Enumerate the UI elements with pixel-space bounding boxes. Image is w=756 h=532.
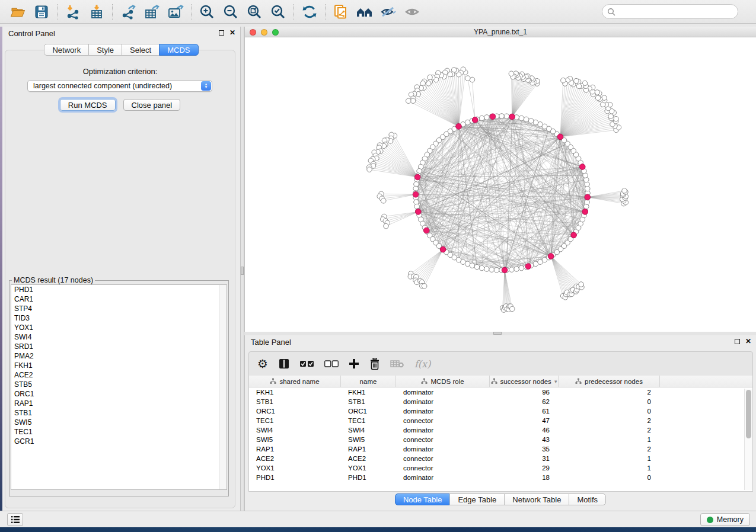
- mcds-result-item[interactable]: TID3: [11, 313, 227, 323]
- mcds-result-item[interactable]: PMA2: [11, 351, 227, 361]
- cell-successor-nodes: 18: [490, 473, 559, 482]
- select-all-columns-button[interactable]: [300, 360, 314, 367]
- column-header-MCDS-role[interactable]: MCDS role: [396, 376, 490, 387]
- column-label: MCDS role: [430, 378, 464, 385]
- duplicate-network-button[interactable]: [329, 2, 353, 21]
- close-panel-button[interactable]: Close panel: [123, 99, 181, 111]
- table-row[interactable]: ACE2ACE2connector311: [249, 454, 752, 463]
- vertical-splitter-grip[interactable]: [241, 267, 244, 275]
- create-column-button[interactable]: [349, 358, 359, 369]
- show-panels-button[interactable]: [7, 513, 23, 526]
- table-settings-button[interactable]: ⚙: [257, 357, 268, 371]
- export-table-button[interactable]: [140, 2, 164, 21]
- optimization-criterion-select[interactable]: largest connected component (undirected)…: [27, 80, 212, 92]
- mcds-result-item[interactable]: STB5: [11, 380, 227, 389]
- mcds-result-item[interactable]: SWI4: [11, 332, 227, 342]
- column-header-predecessor-nodes[interactable]: predecessor nodes: [559, 376, 660, 387]
- float-table-panel-icon[interactable]: [735, 339, 740, 344]
- vertical-splitter[interactable]: [240, 27, 244, 511]
- zoom-selected-button[interactable]: [266, 2, 290, 21]
- network-graph[interactable]: [245, 37, 756, 332]
- mcds-result-item[interactable]: FKH1: [11, 361, 227, 370]
- zoom-in-button[interactable]: [195, 2, 219, 21]
- table-row[interactable]: SWI4SWI4dominator462: [249, 425, 752, 435]
- toolbar-separator: [57, 4, 58, 20]
- delete-column-button[interactable]: [369, 358, 380, 370]
- search-input[interactable]: [615, 8, 733, 16]
- export-network-button[interactable]: [116, 2, 140, 21]
- table-scrollbar-thumb[interactable]: [746, 390, 751, 438]
- mcds-list-scrollbar[interactable]: [219, 285, 227, 489]
- hide-eye-button[interactable]: [377, 2, 400, 21]
- tab-select[interactable]: Select: [122, 44, 160, 56]
- table-row[interactable]: RAP1RAP1dominator352: [249, 444, 752, 454]
- mcds-result-item[interactable]: ORC1: [11, 389, 227, 399]
- tab-mcds[interactable]: MCDS: [159, 44, 198, 56]
- mcds-result-item[interactable]: TEC1: [11, 427, 227, 437]
- column-header-shared-name[interactable]: shared name: [249, 376, 341, 387]
- cell-MCDS-role: dominator: [396, 444, 490, 454]
- memory-button[interactable]: Memory: [700, 513, 750, 526]
- mcds-result-item[interactable]: RAP1: [11, 399, 227, 408]
- refresh-button[interactable]: [298, 2, 321, 21]
- export-network-icon: [120, 4, 136, 20]
- show-eye-button[interactable]: [400, 2, 424, 21]
- save-session-button[interactable]: [30, 2, 53, 21]
- horizontal-splitter-grip[interactable]: [493, 332, 502, 335]
- column-label: shared name: [279, 378, 319, 385]
- tab-edge-table[interactable]: Edge Table: [449, 493, 505, 505]
- zoom-fit-button[interactable]: [243, 2, 266, 21]
- tab-network-table[interactable]: Network Table: [504, 493, 569, 505]
- open-file-button[interactable]: [6, 2, 30, 21]
- import-table-button[interactable]: [85, 2, 109, 21]
- network-window-titlebar[interactable]: YPA_prune.txt_1: [245, 27, 756, 37]
- table-panel: Table Panel ✕ ⚙: [244, 335, 756, 511]
- attribute-icon: [270, 378, 276, 384]
- delete-table-button-disabled[interactable]: [390, 359, 404, 368]
- column-header-name[interactable]: name: [341, 376, 396, 387]
- network-plain-nodes[interactable]: [366, 67, 628, 313]
- export-image-button[interactable]: [164, 2, 187, 21]
- table-row[interactable]: TEC1TEC1connector472: [249, 416, 752, 425]
- search-field[interactable]: [602, 4, 738, 19]
- mcds-result-item[interactable]: STB1: [11, 408, 227, 418]
- function-builder-button-disabled[interactable]: f(x): [414, 358, 430, 370]
- attribute-icon: [491, 378, 497, 384]
- column-header-successor-nodes[interactable]: successor nodes▾: [490, 376, 559, 387]
- network-canvas[interactable]: [245, 37, 756, 332]
- open-folder-icon: [10, 5, 25, 19]
- unselect-all-columns-button[interactable]: [324, 360, 339, 367]
- table-scrollbar[interactable]: [744, 389, 752, 490]
- table-row[interactable]: SWI5SWI5connector431: [249, 435, 752, 444]
- tab-network[interactable]: Network: [44, 44, 89, 56]
- cell-MCDS-role: connector: [396, 416, 490, 425]
- table-row[interactable]: STB1STB1dominator620: [249, 397, 752, 406]
- close-panel-icon[interactable]: ✕: [229, 30, 235, 36]
- mcds-result-item[interactable]: YOX1: [11, 323, 227, 332]
- mcds-result-item[interactable]: SRD1: [11, 342, 227, 351]
- tab-node-table[interactable]: Node Table: [395, 493, 451, 505]
- mcds-result-item[interactable]: STP4: [11, 304, 227, 313]
- export-table-icon: [143, 4, 160, 20]
- mcds-result-item[interactable]: CAR1: [11, 294, 227, 304]
- mcds-result-list[interactable]: PHD1CAR1STP4TID3YOX1SWI4SRD1PMA2FKH1ACE2…: [11, 284, 227, 490]
- mcds-result-item[interactable]: PHD1: [11, 285, 227, 294]
- houses-button[interactable]: [353, 2, 377, 21]
- table-row[interactable]: PHD1PHD1dominator180: [249, 473, 752, 482]
- tab-style[interactable]: Style: [88, 44, 122, 56]
- show-columns-button[interactable]: [278, 358, 290, 370]
- zoom-out-button[interactable]: [219, 2, 243, 21]
- table-row[interactable]: FKH1FKH1dominator962: [249, 387, 752, 397]
- tab-motifs[interactable]: Motifs: [569, 493, 606, 505]
- run-mcds-button[interactable]: Run MCDS: [60, 99, 116, 111]
- table-row[interactable]: YOX1YOX1connector291: [249, 463, 752, 473]
- mcds-result-item[interactable]: GCR1: [11, 437, 227, 446]
- mcds-result-item[interactable]: ACE2: [11, 370, 227, 380]
- close-table-panel-icon[interactable]: ✕: [745, 338, 751, 344]
- cell-successor-nodes: 43: [490, 435, 559, 444]
- import-network-button[interactable]: [61, 2, 85, 21]
- table-row[interactable]: ORC1ORC1dominator610: [249, 406, 752, 416]
- float-panel-icon[interactable]: [219, 30, 224, 36]
- cell-name: SWI4: [341, 425, 396, 435]
- mcds-result-item[interactable]: SWI5: [11, 418, 227, 427]
